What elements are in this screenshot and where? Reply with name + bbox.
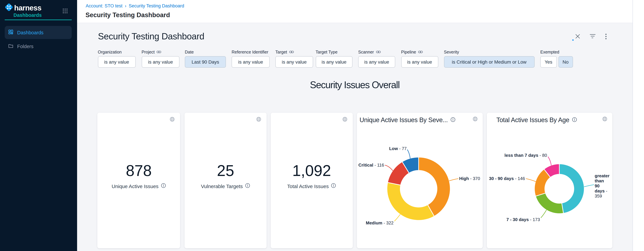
link-icon [376,50,380,54]
breadcrumb-account-link[interactable]: Account: STO test [86,3,122,8]
filter-value[interactable]: is any value [358,56,395,68]
metric-value: 878 [97,163,180,178]
metric-label: Vulnerable Targets [185,183,266,189]
metric-label: Unique Active Issues [97,183,180,189]
metric-label: Total Active Issues [270,183,353,189]
kebab-menu-button[interactable] [602,33,610,40]
filter-value[interactable]: is any value [401,56,438,68]
metric-card-total-active-issues: 1,092Total Active Issues [270,113,353,248]
globe-icon [170,117,175,122]
breadcrumb: Account: STO test › Security Testing Das… [86,3,184,8]
filter-value[interactable]: is any value [316,56,352,68]
sidebar: harness Dashboards Dash [0,0,77,251]
leader-line [526,179,536,182]
filter-label: Scanner [358,49,395,55]
donut-slice-7---30-days[interactable] [536,193,563,214]
filter-label: Project [142,49,180,55]
filter-toggle-yes[interactable]: Yes [540,56,557,68]
dashboard-content: Security Testing Dashboard Organizationi… [77,23,632,251]
filter-target: Targetis any value [275,49,313,68]
info-icon[interactable] [245,183,250,189]
module-grid-icon[interactable] [62,8,68,13]
filter-label: Date [185,49,226,55]
leader-line [449,179,458,181]
filter-pipeline: Pipelineis any value [401,49,438,68]
chart-card-1: Total Active Issues By Agegreater than 9… [486,113,612,248]
filter-organization: Organizationis any value [98,49,136,68]
metric-card-unique-active-issues: 878Unique Active Issues [97,113,180,248]
sidebar-item-dashboards[interactable]: Dashboards [5,26,72,39]
leader-line [407,150,410,158]
globe-icon [256,117,261,122]
filter-value[interactable]: Last 90 Days [185,56,226,68]
leader-line [584,185,594,187]
filter-value[interactable]: is Critical or High or Medium or Low [444,56,534,68]
link-icon [289,50,294,54]
filter-scanner: Scanneris any value [358,49,395,68]
link-icon [418,50,423,54]
chart-card-0: Unique Active Issues By Seve...High - 37… [357,113,483,248]
filter-toggle-no[interactable]: No [558,56,573,68]
info-icon[interactable] [161,183,166,189]
filter-severity: Severityis Critical or High or Medium or… [444,49,534,68]
filter-value[interactable]: is any value [142,56,180,68]
donut-label: 7 - 30 days - 173 [506,217,540,222]
filter-label: Exempted [540,49,573,55]
filter-label: Target [275,49,313,55]
harness-logo[interactable]: harness [5,3,42,13]
filter-exempted: ExemptedYesNo [540,49,573,68]
link-icon [157,50,162,54]
donut-label: greater than 90 days - 359 [595,173,610,199]
leader-line [394,215,400,221]
dashboard-panel-title: Security Testing Dashboard [98,31,204,42]
page-header: Account: STO test › Security Testing Das… [77,0,632,23]
sidebar-item-folders[interactable]: Folders [5,40,72,53]
metric-value: 1,092 [270,163,353,178]
donut-label: High - 370 [459,176,480,181]
filter-label: Severity [444,49,534,55]
filter-reference-identifier: Reference Identifieris any value [232,49,270,68]
sidebar-divider [5,19,72,20]
breadcrumb-separator-icon: › [125,3,126,8]
filter-label: Reference Identifier [232,49,270,55]
harness-logo-icon [5,3,13,13]
page-title: Security Testing Dashboard [86,11,170,19]
filters-changed-indicator [572,39,574,40]
metric-card-vulnerable-targets: 25Vulnerable Targets [185,113,266,248]
filter-label: Target Type [316,49,352,55]
metric-value: 25 [185,163,266,178]
sidebar-item-label: Folders [17,43,34,49]
close-button[interactable] [574,33,582,40]
stage: harness Dashboards Dash [0,0,644,251]
filter-target-type: Target Typeis any value [316,49,352,68]
globe-icon [342,117,348,122]
info-icon[interactable] [331,183,336,189]
filter-value[interactable]: is any value [275,56,313,68]
donut-label: Medium - 322 [366,220,394,226]
leader-line [548,157,551,165]
folder-icon [8,43,13,49]
filter-button[interactable] [589,33,596,40]
leader-line [541,210,546,218]
dashboards-grid-icon [8,29,13,35]
donut-label: less than 7 days - 80 [504,153,547,158]
filter-value[interactable]: is any value [232,56,270,68]
section-title: Security Issues Overall [77,79,632,90]
filter-label: Organization [98,49,136,55]
filter-label: Pipeline [401,49,438,55]
product-name: Dashboards [14,12,42,18]
donut-slice-medium[interactable] [387,183,434,220]
filter-value[interactable]: is any value [98,56,136,68]
donut-slice-greater-than-90-days[interactable] [559,164,584,213]
donut-label: 30 - 90 days - 146 [489,176,525,181]
leader-line [385,165,393,171]
donut-label: Low - 77 [389,146,407,151]
app: harness Dashboards Dash [0,0,644,251]
filter-project: Projectis any value [142,49,180,68]
brand-wordmark: harness [14,4,42,12]
donut-label: Critical - 116 [358,162,384,167]
sidebar-item-label: Dashboards [17,30,44,35]
right-gutter [632,0,644,251]
filter-date: DateLast 90 Days [185,49,226,68]
breadcrumb-dashboard-link[interactable]: Security Testing Dashboard [129,3,184,8]
